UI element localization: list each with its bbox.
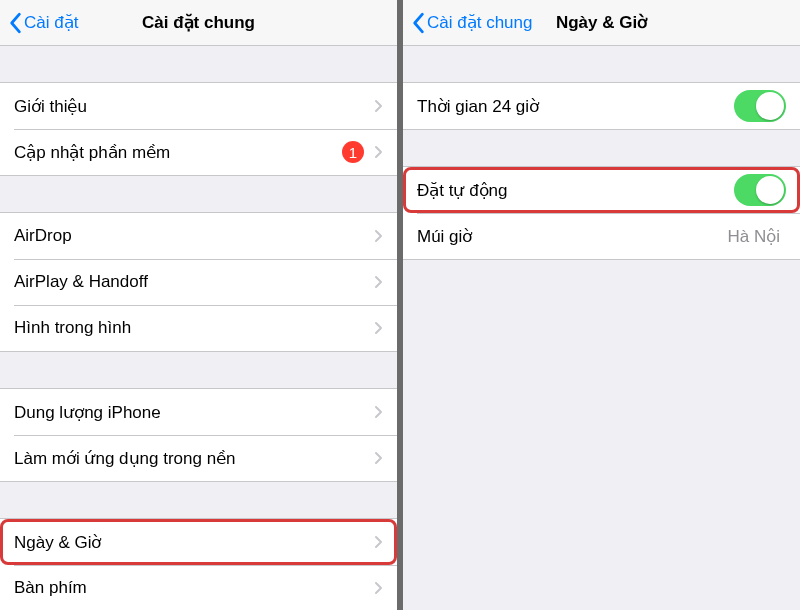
row-time-zone[interactable]: Múi giờ Hà Nội (403, 213, 800, 259)
row-airplay-handoff[interactable]: AirPlay & Handoff (0, 259, 397, 305)
row-24-hour-time: Thời gian 24 giờ (403, 83, 800, 129)
row-about[interactable]: Giới thiệu (0, 83, 397, 129)
chevron-right-icon (374, 451, 383, 465)
row-set-automatically: Đặt tự động (403, 167, 800, 213)
chevron-right-icon (374, 145, 383, 159)
row-label: Làm mới ứng dụng trong nền (14, 448, 374, 469)
group-about: Giới thiệu Cập nhật phần mềm 1 (0, 82, 397, 176)
chevron-right-icon (374, 229, 383, 243)
chevron-right-icon (374, 275, 383, 289)
group-airdrop: AirDrop AirPlay & Handoff Hình trong hìn… (0, 212, 397, 352)
chevron-right-icon (374, 581, 383, 595)
toggle-set-automatically[interactable] (734, 174, 786, 206)
group-date-keyboard: Ngày & Giờ Bàn phím (0, 518, 397, 610)
row-label: Múi giờ (417, 226, 727, 247)
row-iphone-storage[interactable]: Dung lượng iPhone (0, 389, 397, 435)
row-airdrop[interactable]: AirDrop (0, 213, 397, 259)
row-value: Hà Nội (727, 226, 780, 247)
update-badge: 1 (342, 141, 364, 163)
chevron-right-icon (374, 321, 383, 335)
screen-general-settings: Cài đặt Cài đặt chung Giới thiệu Cập nhậ… (0, 0, 397, 610)
row-label: Thời gian 24 giờ (417, 96, 734, 117)
screen-date-time: Cài đặt chung Ngày & Giờ Thời gian 24 gi… (403, 0, 800, 610)
content: Giới thiệu Cập nhật phần mềm 1 AirDrop A… (0, 46, 397, 610)
back-label: Cài đặt chung (427, 12, 532, 33)
row-label: AirPlay & Handoff (14, 272, 374, 292)
back-button[interactable]: Cài đặt chung (411, 12, 532, 34)
row-date-time[interactable]: Ngày & Giờ (0, 519, 397, 565)
row-picture-in-picture[interactable]: Hình trong hình (0, 305, 397, 351)
row-software-update[interactable]: Cập nhật phần mềm 1 (0, 129, 397, 175)
group-24hour: Thời gian 24 giờ (403, 82, 800, 130)
row-label: Bàn phím (14, 578, 374, 598)
chevron-right-icon (374, 405, 383, 419)
chevron-left-icon (411, 12, 425, 34)
row-label: AirDrop (14, 226, 374, 246)
chevron-right-icon (374, 99, 383, 113)
row-label: Ngày & Giờ (14, 532, 374, 553)
row-label: Dung lượng iPhone (14, 402, 374, 423)
row-label: Cập nhật phần mềm (14, 142, 342, 163)
row-label: Hình trong hình (14, 318, 374, 338)
row-label: Giới thiệu (14, 96, 374, 117)
toggle-24-hour[interactable] (734, 90, 786, 122)
back-button[interactable]: Cài đặt (8, 12, 78, 34)
group-set-auto: Đặt tự động Múi giờ Hà Nội (403, 166, 800, 260)
row-label: Đặt tự động (417, 180, 734, 201)
content: Thời gian 24 giờ Đặt tự động Múi giờ Hà … (403, 46, 800, 610)
back-label: Cài đặt (24, 12, 78, 33)
row-background-app-refresh[interactable]: Làm mới ứng dụng trong nền (0, 435, 397, 481)
chevron-right-icon (374, 535, 383, 549)
navbar: Cài đặt chung Ngày & Giờ (403, 0, 800, 46)
group-storage: Dung lượng iPhone Làm mới ứng dụng trong… (0, 388, 397, 482)
chevron-left-icon (8, 12, 22, 34)
row-keyboard[interactable]: Bàn phím (0, 565, 397, 610)
navbar: Cài đặt Cài đặt chung (0, 0, 397, 46)
